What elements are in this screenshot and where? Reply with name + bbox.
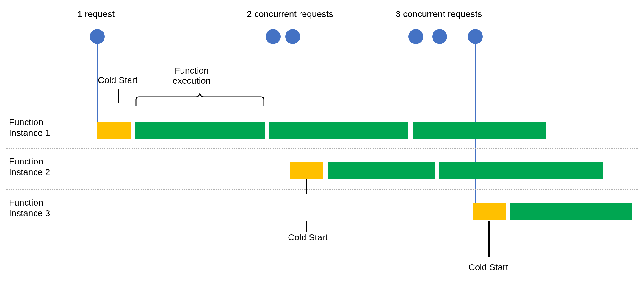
request-line-4 xyxy=(416,44,416,128)
header-one-request: 1 request xyxy=(77,9,115,19)
bar-instance1-exec-3 xyxy=(413,122,546,139)
bar-instance3-exec-1 xyxy=(510,203,632,220)
row-label-instance-2: Function Instance 2 xyxy=(9,156,50,178)
request-dot-5 xyxy=(432,29,447,44)
row-divider-1 xyxy=(6,148,638,149)
cold-start-tick-mid-2 xyxy=(306,221,307,232)
bar-instance2-cold xyxy=(290,162,323,179)
bar-instance1-cold xyxy=(97,122,131,139)
cold-start-tick-mid xyxy=(306,179,307,194)
request-dot-4 xyxy=(408,29,423,44)
execution-bracket xyxy=(135,92,265,107)
bar-instance1-exec-1 xyxy=(135,122,265,139)
request-dot-1 xyxy=(90,29,105,44)
request-line-2 xyxy=(273,44,273,128)
cold-start-tick-bottom xyxy=(488,221,490,257)
cold-start-label-mid: Cold Start xyxy=(288,232,328,242)
cold-start-tick-top xyxy=(118,89,119,103)
bar-instance2-exec-2 xyxy=(439,162,603,179)
request-line-1 xyxy=(97,44,98,128)
request-line-3 xyxy=(293,44,293,172)
request-dot-2 xyxy=(266,29,281,44)
request-dot-3 xyxy=(285,29,300,44)
cold-start-label-top: Cold Start xyxy=(98,75,137,85)
bar-instance2-exec-1 xyxy=(328,162,435,179)
bar-instance3-cold xyxy=(473,203,506,220)
row-label-instance-3: Function Instance 3 xyxy=(9,197,50,219)
row-label-instance-1: Function Instance 1 xyxy=(9,117,50,138)
request-line-5 xyxy=(440,44,440,172)
header-three-requests: 3 concurrent requests xyxy=(396,9,482,19)
bar-instance1-exec-2 xyxy=(269,122,408,139)
row-divider-2 xyxy=(6,189,638,190)
request-dot-6 xyxy=(468,29,483,44)
function-execution-label: Function execution xyxy=(173,66,211,86)
cold-start-diagram: 1 request 2 concurrent requests 3 concur… xyxy=(6,6,638,288)
cold-start-label-bottom: Cold Start xyxy=(468,262,508,272)
header-two-requests: 2 concurrent requests xyxy=(247,9,333,19)
